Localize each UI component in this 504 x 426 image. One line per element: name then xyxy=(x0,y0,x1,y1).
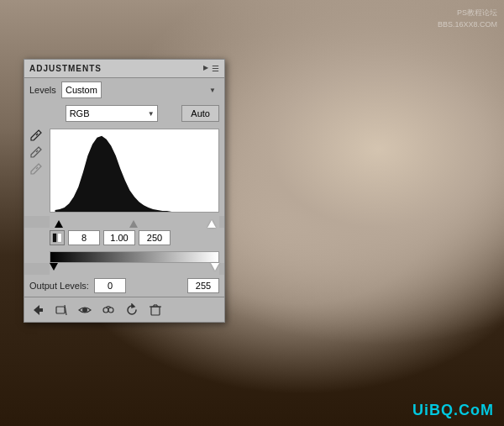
panel-footer xyxy=(24,297,224,322)
adjustments-panel: ADJUSTMENTS ▶ ☰ Levels Custom RGB Auto xyxy=(24,59,225,323)
panel-controls: ▶ ☰ xyxy=(203,64,219,73)
channel-select-wrapper: RGB xyxy=(66,105,158,122)
output-gradient-section xyxy=(24,248,224,263)
rgb-row: RGB Auto xyxy=(24,102,224,125)
levels-label: Levels xyxy=(29,85,56,95)
visibility-icon[interactable] xyxy=(76,302,93,318)
select-layer-icon[interactable] xyxy=(53,302,70,318)
watermark-top: PS教程论坛 BBS.16XX8.COM xyxy=(438,7,497,30)
svg-point-9 xyxy=(103,308,108,313)
black-point-arrow[interactable] xyxy=(55,220,63,228)
black-input[interactable] xyxy=(68,230,100,245)
svg-line-1 xyxy=(36,150,38,152)
svg-line-0 xyxy=(36,134,38,135)
mid-input[interactable] xyxy=(103,230,135,245)
levels-row: Levels Custom xyxy=(24,78,224,102)
back-arrow-icon[interactable] xyxy=(29,302,46,318)
output-white-input[interactable] xyxy=(187,278,219,293)
input-values-row xyxy=(24,228,224,248)
midtone-arrow[interactable] xyxy=(129,220,138,228)
preset-select[interactable]: Custom xyxy=(61,82,102,98)
watermark-bottom: UiBQ.CoM xyxy=(412,402,494,419)
svg-point-10 xyxy=(108,308,113,313)
output-arrows-row xyxy=(50,263,219,275)
white-point-arrow[interactable] xyxy=(207,220,216,228)
tools-column xyxy=(29,129,45,213)
channel-select[interactable]: RGB xyxy=(66,105,158,122)
svg-rect-12 xyxy=(151,307,160,315)
delete-icon[interactable] xyxy=(147,302,164,318)
svg-marker-5 xyxy=(34,305,43,315)
eyedropper-black-icon[interactable] xyxy=(29,129,43,142)
histogram-svg xyxy=(50,129,218,212)
eyedropper-grey-icon[interactable] xyxy=(29,145,43,159)
preset-select-wrapper: Custom xyxy=(61,82,219,98)
histogram-display xyxy=(50,129,219,213)
histogram-area xyxy=(24,125,224,216)
output-levels-row: Output Levels: xyxy=(24,275,224,297)
output-gradient-track xyxy=(50,251,219,263)
eyedropper-white-icon[interactable] xyxy=(29,162,43,176)
clip-to-layer-icon[interactable] xyxy=(100,302,117,318)
svg-rect-4 xyxy=(58,234,61,242)
output-black-input[interactable] xyxy=(94,278,126,293)
auto-levels-icon[interactable] xyxy=(50,230,65,245)
panel-title: ADJUSTMENTS xyxy=(29,64,102,73)
svg-rect-3 xyxy=(53,234,56,242)
reset-icon[interactable] xyxy=(123,302,140,318)
output-label: Output Levels: xyxy=(29,281,89,291)
menu-icon[interactable]: ☰ xyxy=(212,64,219,73)
input-arrows-row xyxy=(50,216,219,228)
panel-header: ADJUSTMENTS ▶ ☰ xyxy=(24,60,224,78)
output-white-arrow[interactable] xyxy=(211,263,219,271)
white-input[interactable] xyxy=(139,230,171,245)
svg-line-2 xyxy=(36,167,38,169)
auto-button[interactable]: Auto xyxy=(181,105,219,122)
output-black-arrow[interactable] xyxy=(50,263,58,271)
svg-rect-6 xyxy=(56,307,65,313)
svg-marker-11 xyxy=(132,304,134,308)
collapse-icon[interactable]: ▶ xyxy=(203,64,208,73)
